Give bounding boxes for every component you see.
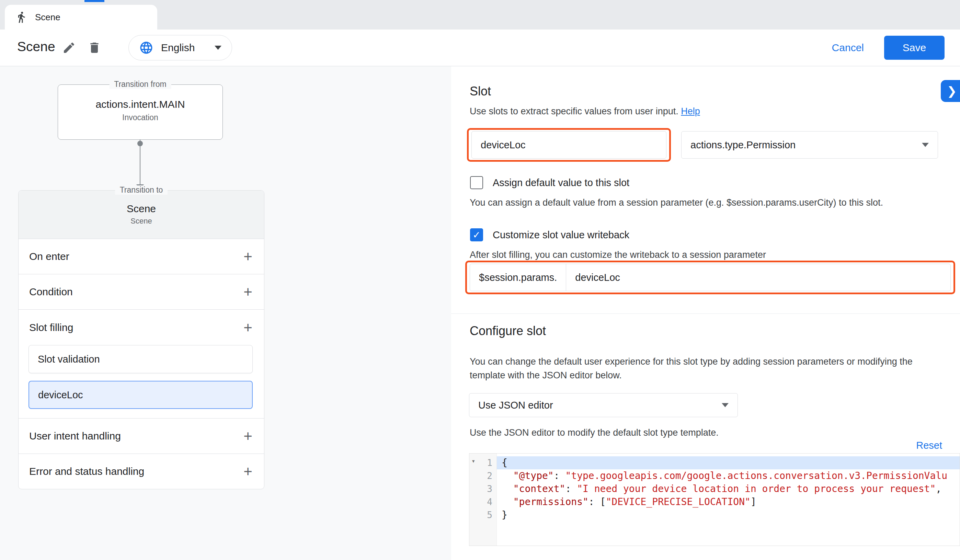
scene-flowchart-canvas: Transition from actions.intent.MAIN Invo… (0, 66, 451, 560)
line-number: 3 (469, 482, 496, 496)
assign-default-checkbox[interactable] (470, 176, 483, 189)
top-accent-bar (85, 0, 104, 2)
editor-mode-value: Use JSON editor (478, 400, 553, 411)
trash-icon (88, 41, 101, 54)
transition-to-label: Transition to (115, 186, 168, 195)
section-label: On enter (29, 251, 69, 262)
chevron-down-icon (214, 46, 221, 50)
code-line-5: } (497, 509, 960, 522)
edit-scene-name-button[interactable] (61, 40, 77, 56)
section-label: Error and status handling (29, 466, 144, 477)
transition-from-intent: actions.intent.MAIN (58, 99, 222, 110)
line-number: 2 (469, 469, 496, 482)
code-token: "I need your device location in order to… (577, 483, 936, 494)
chevron-down-icon (922, 143, 929, 147)
language-selector[interactable]: English (128, 35, 232, 61)
line-number-gutter: ▾ 1 2 3 4 5 (469, 454, 497, 546)
plus-icon[interactable]: + (243, 320, 252, 335)
code-token: "type.googleapis.com/google.actions.conv… (565, 470, 947, 482)
configure-slot-description: You can change the default user experien… (470, 355, 944, 382)
check-icon: ✓ (472, 229, 480, 241)
scene-node-header[interactable]: Transition to Scene Scene (19, 190, 264, 238)
section-user-intent-handling[interactable]: User intent handling + (19, 418, 264, 454)
writeback-annotation: $session.params. deviceLoc (465, 261, 955, 294)
scene-header: Scene English Cancel Save (0, 30, 960, 66)
writeback-row: ✓ Customize slot value writeback (470, 228, 629, 242)
writeback-help: After slot filling, you can customize th… (470, 250, 766, 260)
section-on-enter[interactable]: On enter + (19, 238, 264, 274)
line-number: 5 (469, 509, 496, 522)
section-label: Slot filling (29, 322, 73, 333)
code-token: "context" (502, 483, 565, 494)
collapse-panel-button[interactable]: ❯ (941, 80, 960, 102)
code-token: } (502, 509, 507, 520)
code-token: "permissions" (502, 496, 589, 507)
code-line-3: "context": "I need your device location … (497, 482, 960, 496)
tab-strip: Scene (0, 0, 960, 30)
scene-node-subtitle: Scene (19, 217, 264, 226)
code-token: : (554, 470, 565, 482)
transition-from-node[interactable]: Transition from actions.intent.MAIN Invo… (58, 85, 223, 140)
transition-from-label: Transition from (109, 80, 171, 89)
plus-icon[interactable]: + (243, 284, 252, 299)
help-link[interactable]: Help (681, 106, 700, 117)
section-condition[interactable]: Condition + (19, 274, 264, 309)
chevron-down-icon (722, 403, 729, 407)
code-token: : [ (589, 496, 606, 507)
code-line-2: "@type": "type.googleapis.com/google.act… (497, 469, 960, 482)
delete-scene-button[interactable] (86, 40, 102, 56)
slot-filling-header[interactable]: Slot filling + (29, 310, 253, 345)
assign-default-help: You can assign a default value from a se… (470, 197, 883, 208)
actions-console-scene-editor: Scene Scene English Cancel Save Transit (0, 0, 960, 560)
section-label: User intent handling (29, 430, 121, 442)
slot-type-select[interactable]: actions.type.Permission (681, 131, 938, 158)
slot-name-annotation: deviceLoc (467, 128, 671, 162)
writeback-label: Customize slot value writeback (493, 229, 629, 241)
code-area[interactable]: { "@type": "type.googleapis.com/google.a… (497, 454, 960, 546)
reset-button[interactable]: Reset (916, 440, 942, 451)
section-divider (451, 314, 960, 314)
slot-detail-panel: ❯ Slot Use slots to extract specific val… (451, 66, 960, 560)
tab-label: Scene (35, 12, 61, 22)
writeback-checkbox[interactable]: ✓ (470, 228, 483, 242)
connector-line (140, 140, 141, 188)
assign-default-row: Assign default value to this slot (470, 176, 629, 189)
json-code-editor[interactable]: ▾ 1 2 3 4 5 { "@type": "type.googleapis.… (469, 453, 960, 546)
code-line-4: "permissions": ["DEVICE_PRECISE_LOCATION… (497, 496, 960, 509)
slot-type-value: actions.type.Permission (690, 139, 795, 151)
code-token: : (565, 483, 577, 494)
line-number: 4 (469, 496, 496, 509)
code-token: "DEVICE_PRECISE_LOCATION" (606, 496, 750, 507)
slot-name-input[interactable]: deviceLoc (471, 131, 666, 158)
writeback-prefix: $session.params. (470, 272, 566, 283)
section-error-status-handling[interactable]: Error and status handling + (19, 454, 264, 489)
section-label: Condition (29, 286, 73, 298)
plus-icon[interactable]: + (243, 249, 252, 264)
transition-from-subtitle: Invocation (58, 113, 222, 122)
fold-marker-icon[interactable]: ▾ (471, 458, 475, 464)
code-token: ] (750, 496, 757, 507)
slot-validation-item[interactable]: Slot validation (29, 345, 253, 373)
section-slot-filling: Slot filling + Slot validation deviceLoc (19, 309, 264, 418)
code-line-1: { (497, 456, 960, 469)
code-token: { (502, 457, 507, 468)
plus-icon[interactable]: + (243, 464, 252, 479)
save-button[interactable]: Save (884, 36, 944, 60)
slot-section-title: Slot (470, 84, 491, 99)
code-token: "@type" (502, 470, 554, 482)
chevron-right-icon: ❯ (947, 84, 957, 98)
writeback-value-input[interactable]: deviceLoc (566, 272, 950, 283)
json-editor-help: Use the JSON editor to modify the defaul… (470, 427, 718, 438)
configure-slot-title: Configure slot (470, 324, 546, 338)
cancel-button[interactable]: Cancel (832, 42, 864, 54)
slot-deviceloc-item[interactable]: deviceLoc (29, 381, 253, 409)
scene-person-icon (15, 11, 27, 23)
page-title: Scene (17, 39, 55, 54)
editor-mode-select[interactable]: Use JSON editor (469, 393, 738, 417)
plus-icon[interactable]: + (243, 429, 252, 443)
slot-subtitle-text: Use slots to extract specific values fro… (470, 106, 678, 117)
tab-scene[interactable]: Scene (5, 5, 157, 30)
code-token: , (936, 483, 941, 494)
writeback-field[interactable]: $session.params. deviceLoc (470, 264, 951, 291)
scene-node-card: Transition to Scene Scene On enter + Con… (18, 190, 264, 489)
